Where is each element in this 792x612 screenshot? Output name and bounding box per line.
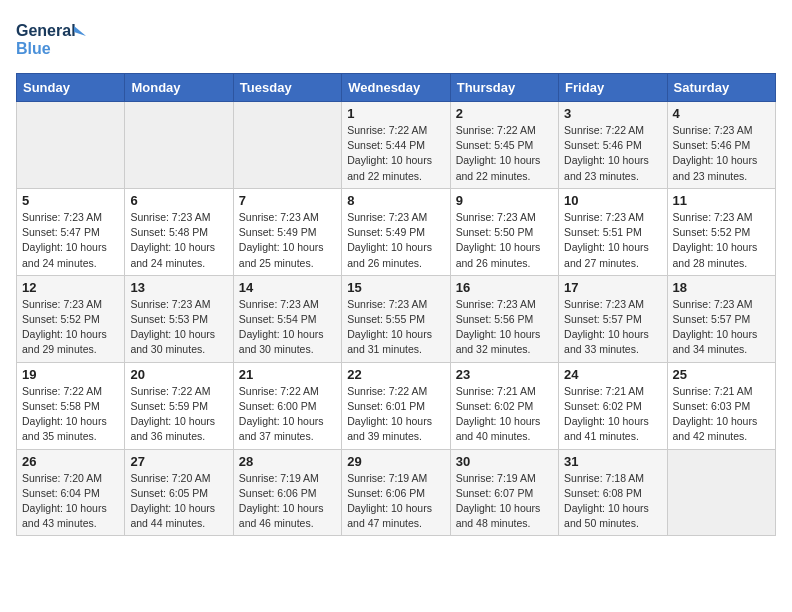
- day-number: 1: [347, 106, 444, 121]
- calendar-cell: [17, 102, 125, 189]
- day-info: Sunrise: 7:23 AM Sunset: 5:56 PM Dayligh…: [456, 297, 553, 358]
- day-number: 12: [22, 280, 119, 295]
- weekday-header-monday: Monday: [125, 74, 233, 102]
- calendar-cell: 21Sunrise: 7:22 AM Sunset: 6:00 PM Dayli…: [233, 362, 341, 449]
- calendar-cell: 28Sunrise: 7:19 AM Sunset: 6:06 PM Dayli…: [233, 449, 341, 536]
- day-number: 16: [456, 280, 553, 295]
- weekday-header-wednesday: Wednesday: [342, 74, 450, 102]
- day-number: 19: [22, 367, 119, 382]
- calendar-cell: 17Sunrise: 7:23 AM Sunset: 5:57 PM Dayli…: [559, 275, 667, 362]
- calendar-cell: 31Sunrise: 7:18 AM Sunset: 6:08 PM Dayli…: [559, 449, 667, 536]
- day-number: 30: [456, 454, 553, 469]
- day-number: 22: [347, 367, 444, 382]
- calendar-cell: 12Sunrise: 7:23 AM Sunset: 5:52 PM Dayli…: [17, 275, 125, 362]
- day-number: 4: [673, 106, 770, 121]
- day-number: 10: [564, 193, 661, 208]
- day-info: Sunrise: 7:23 AM Sunset: 5:52 PM Dayligh…: [22, 297, 119, 358]
- calendar-cell: 13Sunrise: 7:23 AM Sunset: 5:53 PM Dayli…: [125, 275, 233, 362]
- day-number: 17: [564, 280, 661, 295]
- day-info: Sunrise: 7:20 AM Sunset: 6:04 PM Dayligh…: [22, 471, 119, 532]
- calendar-cell: 20Sunrise: 7:22 AM Sunset: 5:59 PM Dayli…: [125, 362, 233, 449]
- day-number: 3: [564, 106, 661, 121]
- svg-text:Blue: Blue: [16, 40, 51, 57]
- calendar-cell: 15Sunrise: 7:23 AM Sunset: 5:55 PM Dayli…: [342, 275, 450, 362]
- day-number: 14: [239, 280, 336, 295]
- logo-svg: GeneralBlue: [16, 16, 96, 61]
- day-number: 21: [239, 367, 336, 382]
- weekday-header-tuesday: Tuesday: [233, 74, 341, 102]
- calendar-cell: 5Sunrise: 7:23 AM Sunset: 5:47 PM Daylig…: [17, 188, 125, 275]
- day-number: 26: [22, 454, 119, 469]
- day-number: 20: [130, 367, 227, 382]
- day-info: Sunrise: 7:20 AM Sunset: 6:05 PM Dayligh…: [130, 471, 227, 532]
- day-info: Sunrise: 7:23 AM Sunset: 5:46 PM Dayligh…: [673, 123, 770, 184]
- weekday-header-sunday: Sunday: [17, 74, 125, 102]
- calendar-cell: [667, 449, 775, 536]
- calendar-cell: 29Sunrise: 7:19 AM Sunset: 6:06 PM Dayli…: [342, 449, 450, 536]
- day-number: 6: [130, 193, 227, 208]
- calendar-cell: 10Sunrise: 7:23 AM Sunset: 5:51 PM Dayli…: [559, 188, 667, 275]
- week-row-2: 5Sunrise: 7:23 AM Sunset: 5:47 PM Daylig…: [17, 188, 776, 275]
- day-info: Sunrise: 7:23 AM Sunset: 5:54 PM Dayligh…: [239, 297, 336, 358]
- day-number: 25: [673, 367, 770, 382]
- day-info: Sunrise: 7:21 AM Sunset: 6:02 PM Dayligh…: [564, 384, 661, 445]
- week-row-3: 12Sunrise: 7:23 AM Sunset: 5:52 PM Dayli…: [17, 275, 776, 362]
- week-row-1: 1Sunrise: 7:22 AM Sunset: 5:44 PM Daylig…: [17, 102, 776, 189]
- day-number: 24: [564, 367, 661, 382]
- day-info: Sunrise: 7:22 AM Sunset: 5:46 PM Dayligh…: [564, 123, 661, 184]
- calendar-cell: 27Sunrise: 7:20 AM Sunset: 6:05 PM Dayli…: [125, 449, 233, 536]
- calendar-cell: 9Sunrise: 7:23 AM Sunset: 5:50 PM Daylig…: [450, 188, 558, 275]
- day-info: Sunrise: 7:23 AM Sunset: 5:49 PM Dayligh…: [347, 210, 444, 271]
- day-info: Sunrise: 7:21 AM Sunset: 6:03 PM Dayligh…: [673, 384, 770, 445]
- week-row-4: 19Sunrise: 7:22 AM Sunset: 5:58 PM Dayli…: [17, 362, 776, 449]
- day-info: Sunrise: 7:23 AM Sunset: 5:53 PM Dayligh…: [130, 297, 227, 358]
- calendar-cell: 25Sunrise: 7:21 AM Sunset: 6:03 PM Dayli…: [667, 362, 775, 449]
- day-info: Sunrise: 7:22 AM Sunset: 5:45 PM Dayligh…: [456, 123, 553, 184]
- weekday-header-friday: Friday: [559, 74, 667, 102]
- day-number: 27: [130, 454, 227, 469]
- calendar-cell: 6Sunrise: 7:23 AM Sunset: 5:48 PM Daylig…: [125, 188, 233, 275]
- day-number: 9: [456, 193, 553, 208]
- day-info: Sunrise: 7:22 AM Sunset: 6:01 PM Dayligh…: [347, 384, 444, 445]
- day-number: 11: [673, 193, 770, 208]
- calendar-cell: 30Sunrise: 7:19 AM Sunset: 6:07 PM Dayli…: [450, 449, 558, 536]
- day-number: 13: [130, 280, 227, 295]
- day-info: Sunrise: 7:23 AM Sunset: 5:52 PM Dayligh…: [673, 210, 770, 271]
- calendar-cell: 16Sunrise: 7:23 AM Sunset: 5:56 PM Dayli…: [450, 275, 558, 362]
- weekday-header-thursday: Thursday: [450, 74, 558, 102]
- weekday-header-saturday: Saturday: [667, 74, 775, 102]
- calendar-cell: 3Sunrise: 7:22 AM Sunset: 5:46 PM Daylig…: [559, 102, 667, 189]
- day-number: 23: [456, 367, 553, 382]
- day-info: Sunrise: 7:22 AM Sunset: 5:58 PM Dayligh…: [22, 384, 119, 445]
- day-info: Sunrise: 7:23 AM Sunset: 5:48 PM Dayligh…: [130, 210, 227, 271]
- weekday-header-row: SundayMondayTuesdayWednesdayThursdayFrid…: [17, 74, 776, 102]
- day-info: Sunrise: 7:23 AM Sunset: 5:49 PM Dayligh…: [239, 210, 336, 271]
- day-number: 7: [239, 193, 336, 208]
- calendar-cell: 14Sunrise: 7:23 AM Sunset: 5:54 PM Dayli…: [233, 275, 341, 362]
- logo: GeneralBlue: [16, 16, 96, 61]
- calendar-cell: 8Sunrise: 7:23 AM Sunset: 5:49 PM Daylig…: [342, 188, 450, 275]
- day-number: 29: [347, 454, 444, 469]
- page-header: GeneralBlue: [16, 16, 776, 61]
- calendar-cell: 7Sunrise: 7:23 AM Sunset: 5:49 PM Daylig…: [233, 188, 341, 275]
- calendar-cell: 26Sunrise: 7:20 AM Sunset: 6:04 PM Dayli…: [17, 449, 125, 536]
- day-info: Sunrise: 7:23 AM Sunset: 5:55 PM Dayligh…: [347, 297, 444, 358]
- calendar-cell: [125, 102, 233, 189]
- day-number: 5: [22, 193, 119, 208]
- svg-marker-2: [74, 26, 86, 36]
- calendar-cell: [233, 102, 341, 189]
- day-info: Sunrise: 7:22 AM Sunset: 5:59 PM Dayligh…: [130, 384, 227, 445]
- svg-text:General: General: [16, 22, 76, 39]
- calendar-cell: 24Sunrise: 7:21 AM Sunset: 6:02 PM Dayli…: [559, 362, 667, 449]
- day-info: Sunrise: 7:18 AM Sunset: 6:08 PM Dayligh…: [564, 471, 661, 532]
- calendar-cell: 2Sunrise: 7:22 AM Sunset: 5:45 PM Daylig…: [450, 102, 558, 189]
- calendar-cell: 11Sunrise: 7:23 AM Sunset: 5:52 PM Dayli…: [667, 188, 775, 275]
- calendar-cell: 18Sunrise: 7:23 AM Sunset: 5:57 PM Dayli…: [667, 275, 775, 362]
- day-info: Sunrise: 7:23 AM Sunset: 5:57 PM Dayligh…: [564, 297, 661, 358]
- day-info: Sunrise: 7:23 AM Sunset: 5:51 PM Dayligh…: [564, 210, 661, 271]
- day-number: 8: [347, 193, 444, 208]
- day-info: Sunrise: 7:19 AM Sunset: 6:06 PM Dayligh…: [239, 471, 336, 532]
- calendar-cell: 1Sunrise: 7:22 AM Sunset: 5:44 PM Daylig…: [342, 102, 450, 189]
- day-info: Sunrise: 7:19 AM Sunset: 6:06 PM Dayligh…: [347, 471, 444, 532]
- day-info: Sunrise: 7:22 AM Sunset: 6:00 PM Dayligh…: [239, 384, 336, 445]
